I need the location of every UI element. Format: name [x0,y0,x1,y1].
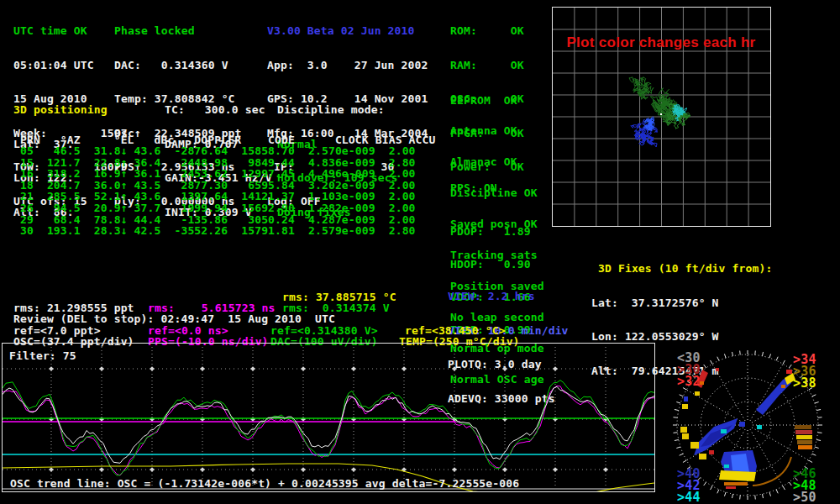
time-constant: TC: 300.0 sec [165,104,272,116]
sat-table-row: 15 121.7 22.8↑ 36.4 2448.98 9849.44 4.83… [13,157,416,169]
sat-table: 05 46.5 31.8↓ 43.6 -2876.64 15858.70 2.5… [13,145,416,237]
strip-chart-plot[interactable]: Filter: 75 OSC trend line: OSC = (-1.731… [2,343,655,492]
utc-time: 05:01:04 UTC [13,60,128,71]
view-span: VIEW: 2.2 hrs [448,291,569,302]
program-version: V3.00 Beta 02 Jun 2010 [267,25,428,37]
signal-label-gt44: >44 [677,490,701,504]
lla-scatter-plot[interactable]: Plot color changes each hr [552,7,771,227]
filter-setting: Filter: 75 [9,349,76,362]
pdop: PDOP: 1.89 [450,226,531,237]
status-line: Antenna OK [450,126,544,136]
sat-table-row: 30 193.1 28.3↓ 42.5 -3552.26 15791.81 2.… [13,225,416,237]
status-line: Almanac OK [450,157,544,167]
app-version: App: 3.0 27 Jun 2002 [267,60,428,71]
sat-table-row: 18 204.7 36.0↑ 43.5 2877.30 6595.84 3.20… [13,180,416,192]
sat-table-row: 21 285.5 52.1↑ 43.6 1397.64 14121.37 1.1… [13,191,416,202]
fix-latitude: Lat: 37.3172576° N [591,297,772,309]
status-line: EEPROM OK [450,96,544,106]
sat-table-row: 16 318.2 16.9↑ 36.1 2453.62 12997.45 4.4… [13,168,416,180]
signal-label-gt32: >32 [677,374,701,389]
signal-label-gt38: >38 [793,375,816,391]
fix-longitude: Lon: 122.0553029° W [591,331,772,343]
pps-state: PPS: ON [450,181,497,194]
review-status: Review (DEL to stop): 02:49:47 15 Aug 20… [13,312,335,325]
discipline-status: Phase locked [114,25,242,37]
time-status: UTC time OK [13,25,128,37]
rom-status: ROM: OK [450,25,524,37]
sat-table-row: 05 46.5 31.8↓ 43.6 -2876.64 15858.70 2.5… [13,145,416,157]
plot-color-banner: Plot color changes each hr [554,34,768,51]
strip-chart-canvas [3,344,654,491]
fixes-title: 3D Fixes (10 ft/div from): [591,263,772,275]
signal-label-gt50: >50 [793,490,816,504]
sat-table-row: 26 94.5 20.9↑ 37.7 1999.94 15692.90 1.28… [13,202,416,214]
discipline-mode-label: Discipline mode: [277,104,398,116]
ram-status: RAM: OK [450,60,524,71]
positioning-mode: 3D positioning [13,104,108,116]
lady-heather-screen: UTC time OK 05:01:04 UTC 15 Aug 2010 Wee… [0,0,840,504]
dac-voltage: DAC: 0.314360 V [114,60,242,71]
osc-trend-line: OSC trend line: OSC = (-1.73142e-006*t) … [10,477,519,490]
sat-table-row: 29 68.4 78.8↓ 44.4 -135.86 3050.24 4.287… [13,214,416,226]
